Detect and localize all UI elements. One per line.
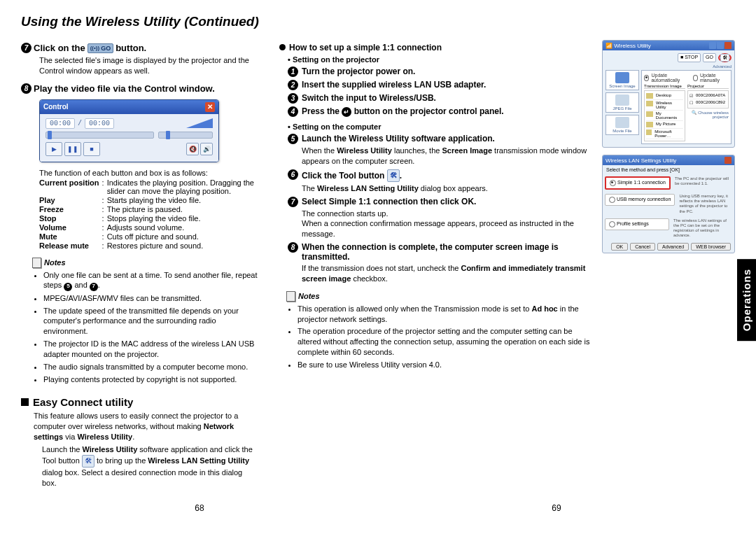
notes-heading-right: Notes	[286, 291, 592, 302]
total-time: 00:00	[85, 118, 114, 129]
step-7-number: 7	[21, 43, 31, 53]
return-icon: ↵	[342, 107, 351, 117]
step-7-body: The selected file's image is displayed b…	[39, 55, 258, 76]
wireless-utility-figure: 📶 Wireless Utility ■ STOP GO 🛠 Advanced	[602, 40, 735, 148]
control-window-title: Control	[43, 103, 69, 111]
position-slider[interactable]	[46, 132, 154, 139]
current-time: 00:00	[46, 118, 75, 129]
opt-simple-11[interactable]: Simple 1:1 connection	[605, 176, 671, 190]
antenna-icon: ((•))	[90, 45, 99, 51]
pause-button[interactable]: ❚❚	[64, 142, 81, 156]
easy-connect-heading: Easy Connect utility	[21, 396, 258, 408]
howto-heading: How to set up a simple 1:1 connection	[279, 43, 592, 52]
side-tab-operations: Operations	[737, 259, 756, 341]
notes-list-right: This operation is allowed only when the …	[298, 304, 592, 370]
tab-screen-image[interactable]: Screen Image	[606, 70, 639, 90]
ok-button[interactable]: OK	[611, 243, 628, 251]
web-browser-button[interactable]: WEB browser	[691, 243, 731, 251]
notes-list-left: Only one file can be sent at a time. To …	[43, 270, 258, 385]
tool-icon-2: 🛠	[387, 169, 400, 182]
step-7-heading: 7 Click on the ((•)) GO button.	[21, 43, 258, 53]
cancel-button[interactable]: Cancel	[630, 243, 655, 251]
notes-icon	[32, 258, 41, 268]
def-intro: The function of each button and box is a…	[39, 168, 258, 178]
tab-jpeg-file[interactable]: JPEG File	[606, 92, 639, 113]
sound-icon[interactable]: 🔊	[200, 143, 213, 155]
button-definitions: Current position:Indicates the playing p…	[39, 178, 258, 251]
volume-slider[interactable]	[158, 132, 213, 139]
easy-connect-body: This feature allows users to easily conn…	[34, 411, 258, 489]
opt-profile[interactable]: Profile settings	[605, 218, 669, 230]
tool-icon: 🛠	[82, 455, 94, 468]
tool-chip-highlight[interactable]: 🛠	[720, 54, 729, 62]
close-icon[interactable]: ✕	[205, 102, 215, 112]
square-bullet-icon	[21, 398, 29, 406]
stop-button[interactable]: ■	[83, 142, 100, 156]
setting-projector-heading: Setting on the projector	[288, 55, 592, 64]
step-8-number: 8	[21, 83, 31, 94]
setting-computer-heading: Setting on the computer	[288, 122, 592, 131]
play-button[interactable]: ▶	[46, 142, 62, 156]
notes-heading-left: Notes	[32, 258, 258, 268]
go-chip[interactable]: GO	[703, 53, 716, 62]
page-title: Using the Wireless Utility (Continued)	[21, 14, 735, 29]
advanced-button[interactable]: Advanced	[657, 243, 689, 251]
notes-icon-2	[286, 291, 295, 302]
page-number-right: 69	[552, 503, 561, 513]
go-button-inline: ((•)) GO	[88, 43, 113, 53]
stop-chip[interactable]: ■ STOP	[678, 53, 701, 62]
mute-icon[interactable]: 🔇	[186, 143, 199, 155]
control-window-figure: Control ✕ 00:00 / 00:00	[39, 99, 219, 162]
step-8-heading: 8 Play the video file via the Control wi…	[21, 83, 258, 94]
volume-icon	[186, 118, 213, 128]
lan-settings-figure: Wireless LAN Settings Utility Select the…	[602, 155, 735, 253]
opt-usb-memory[interactable]: USB memory connection	[605, 194, 675, 206]
page-number-left: 68	[195, 503, 204, 513]
tab-movie-file[interactable]: Movie File	[606, 115, 639, 135]
bullet-icon	[279, 44, 286, 50]
